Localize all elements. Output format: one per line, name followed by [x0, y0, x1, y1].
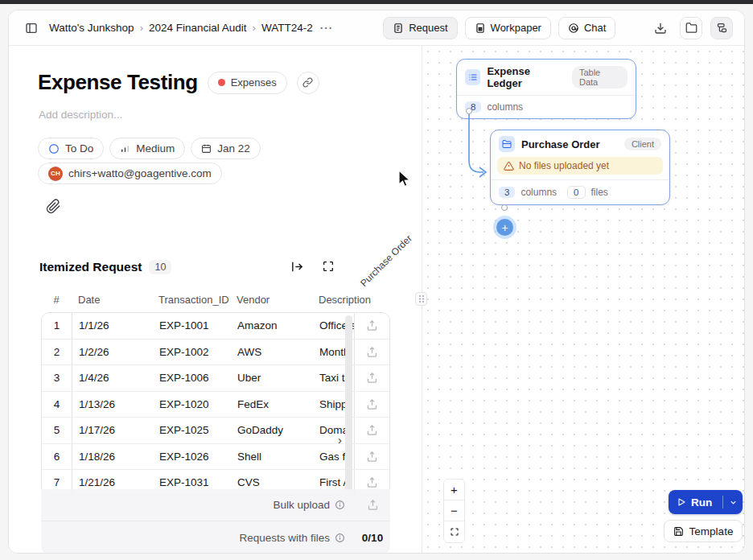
- fullscreen-icon[interactable]: [322, 260, 335, 274]
- bulk-upload-icon[interactable]: [355, 499, 390, 511]
- cell-transaction-id[interactable]: EXP-1002: [154, 346, 232, 358]
- cell-vendor[interactable]: AWS: [232, 346, 313, 358]
- col-header-vendor: Vendor: [232, 294, 312, 306]
- cell-date[interactable]: 1/1/26: [72, 319, 154, 331]
- columns-count-badge: 3: [499, 187, 515, 198]
- due-date-label: Jan 22: [217, 142, 250, 154]
- tab-chat[interactable]: Chat: [558, 17, 615, 39]
- page-title[interactable]: Expense Testing: [38, 70, 198, 95]
- table-scrollbar[interactable]: [345, 315, 352, 492]
- warning-banner: No files uploaded yet: [497, 157, 663, 175]
- table-row: 1 1/1/26 EXP-1001 Amazon Office s: [42, 313, 389, 340]
- itemized-request-title: Itemized Request: [39, 260, 142, 274]
- breadcrumb-project[interactable]: 2024 Financial Audit: [149, 22, 247, 34]
- info-icon[interactable]: [335, 500, 345, 510]
- connector-handle[interactable]: [501, 204, 508, 211]
- info-icon[interactable]: [335, 533, 345, 543]
- status-label: To Do: [65, 142, 93, 154]
- requests-with-files-label: Requests with files: [239, 532, 330, 544]
- cell-date[interactable]: 1/17/26: [72, 424, 154, 436]
- cell-transaction-id[interactable]: EXP-1026: [154, 451, 232, 463]
- view-tabs: Request Workpaper Chat: [383, 17, 615, 39]
- cell-date[interactable]: 1/21/26: [72, 476, 154, 488]
- col-header-num: #: [41, 294, 72, 306]
- save-template-icon: [673, 526, 684, 537]
- download-icon[interactable]: [649, 17, 672, 39]
- cell-num: 2: [42, 340, 72, 365]
- tab-workpaper[interactable]: Workpaper: [465, 17, 551, 39]
- panel-resize-handle[interactable]: [415, 292, 427, 306]
- link-icon[interactable]: [297, 72, 319, 94]
- zoom-in-button[interactable]: +: [444, 480, 464, 500]
- node-type-badge: Client: [624, 138, 661, 150]
- priority-chip[interactable]: Medium: [109, 138, 185, 159]
- upload-icon[interactable]: [354, 418, 389, 443]
- due-date-chip[interactable]: Jan 22: [191, 138, 261, 159]
- template-button[interactable]: Template: [664, 520, 743, 542]
- breadcrumb-org[interactable]: Watto's Junkshop: [49, 22, 134, 34]
- warning-triangle-icon: [504, 161, 514, 171]
- cell-vendor[interactable]: Amazon: [232, 319, 313, 331]
- add-node-button[interactable]: +: [496, 219, 513, 236]
- node-title: Expense Ledger: [487, 65, 566, 89]
- priority-bars-icon: [120, 143, 130, 154]
- node-type-badge: Table Data: [572, 66, 628, 89]
- tab-request[interactable]: Request: [383, 17, 457, 39]
- upload-icon[interactable]: [354, 392, 389, 418]
- expand-panel-icon[interactable]: [290, 260, 304, 274]
- breadcrumb-item[interactable]: WATT24-2: [261, 22, 313, 34]
- cell-transaction-id[interactable]: EXP-1020: [154, 398, 232, 410]
- warning-text: No files uploaded yet: [519, 160, 609, 171]
- category-tag[interactable]: Expenses: [208, 72, 287, 94]
- cell-vendor[interactable]: GoDaddy: [232, 424, 313, 436]
- node-expense-ledger[interactable]: Expense Ledger Table Data 8 columns: [456, 59, 636, 119]
- status-circle-icon: [48, 143, 60, 154]
- col-header-description: Description: [312, 294, 390, 306]
- cell-transaction-id[interactable]: EXP-1001: [154, 319, 232, 331]
- cell-transaction-id[interactable]: EXP-1031: [154, 476, 232, 488]
- upload-icon[interactable]: [354, 365, 389, 391]
- upload-icon[interactable]: [354, 444, 389, 470]
- folder-icon[interactable]: [680, 17, 702, 39]
- description-input[interactable]: Add description...: [39, 109, 122, 121]
- cell-date[interactable]: 1/18/26: [72, 451, 154, 463]
- cell-transaction-id[interactable]: EXP-1025: [154, 424, 232, 436]
- tab-workpaper-label: Workpaper: [491, 22, 541, 34]
- assignee-chip[interactable]: CH chirs+watto@goagentive.com: [38, 163, 222, 184]
- itemized-request-table: 1 1/1/26 EXP-1001 Amazon Office s 2 1/2/…: [41, 312, 390, 496]
- connector-handle[interactable]: [466, 108, 472, 114]
- cell-transaction-id[interactable]: EXP-1006: [154, 372, 232, 384]
- cell-num: 6: [42, 444, 72, 470]
- cell-vendor[interactable]: Shell: [232, 451, 313, 463]
- scroll-right-chevron-icon[interactable]: ›: [338, 433, 342, 447]
- zoom-out-button[interactable]: −: [444, 500, 464, 521]
- run-button[interactable]: Run: [669, 490, 743, 514]
- node-purchase-order[interactable]: Purchase Order Client No files uploaded …: [490, 130, 670, 205]
- cell-vendor[interactable]: FedEx: [232, 398, 313, 410]
- breadcrumb-separator: ›: [140, 22, 143, 34]
- tab-chat-label: Chat: [584, 22, 606, 34]
- cell-date[interactable]: 1/2/26: [72, 346, 154, 358]
- attachment-paperclip-icon[interactable]: [46, 199, 61, 214]
- cell-num: 5: [42, 418, 72, 443]
- fit-view-button[interactable]: [444, 521, 464, 542]
- workpaper-doc-icon: [475, 23, 486, 34]
- status-chip[interactable]: To Do: [38, 138, 104, 159]
- col-header-transaction-id: Transaction_ID: [154, 294, 232, 306]
- cell-date[interactable]: 1/4/26: [72, 372, 154, 384]
- upload-icon[interactable]: [354, 340, 389, 365]
- files-progress-count: 0/10: [355, 532, 390, 544]
- cell-vendor[interactable]: Uber: [232, 372, 313, 384]
- sidebar-toggle-icon[interactable]: [20, 17, 43, 39]
- client-folder-icon: [499, 136, 515, 152]
- workflow-canvas[interactable]: Expense Ledger Table Data 8 columns Purc…: [422, 46, 744, 553]
- cell-vendor[interactable]: CVS: [232, 476, 313, 488]
- workflow-view-icon[interactable]: [710, 17, 733, 39]
- breadcrumb-more-button[interactable]: ···: [320, 22, 334, 34]
- run-options-chevron-icon[interactable]: [723, 498, 743, 507]
- header-actions: [649, 17, 733, 39]
- row-count-badge: 10: [149, 260, 171, 274]
- upload-icon[interactable]: [354, 313, 389, 339]
- cell-date[interactable]: 1/13/26: [72, 398, 154, 410]
- assignee-avatar: CH: [48, 167, 63, 181]
